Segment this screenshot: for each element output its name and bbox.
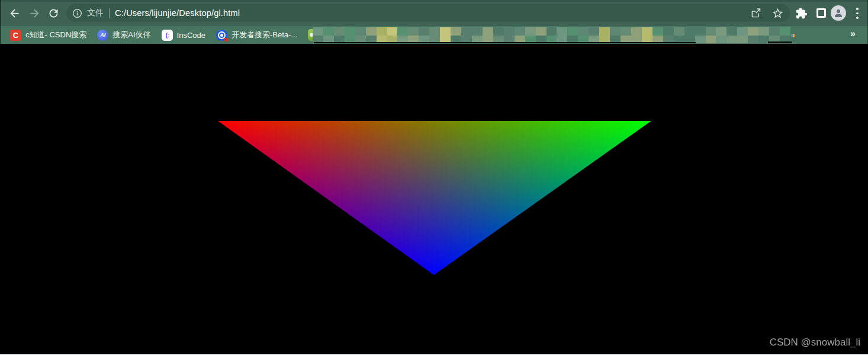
mosaic-block [716, 27, 727, 36]
back-arrow-icon [8, 7, 21, 20]
window-top-edge [0, 0, 868, 2]
mosaic-block [726, 36, 738, 44]
url-text[interactable]: C:/Users/lijunjie/Desktop/gl.html [115, 8, 240, 18]
mosaic-block [323, 27, 335, 36]
mosaic-block [706, 36, 717, 44]
mosaic-block [504, 27, 515, 36]
mosaic-block [674, 27, 685, 36]
forward-button[interactable] [27, 5, 42, 21]
mosaic-block [695, 27, 706, 36]
browser-window: { "theme": { "toolbar_bg": "#3e6354", "t… [0, 0, 868, 355]
mosaic-block [345, 27, 356, 36]
url-divider: | [109, 8, 110, 18]
mosaic-block [769, 27, 780, 36]
mosaic-block [451, 27, 462, 36]
mosaic-block [546, 27, 558, 36]
person-icon [833, 8, 844, 18]
mosaic-block [387, 27, 398, 36]
mosaic-underline [314, 42, 696, 43]
mosaic-block [780, 27, 790, 36]
bookmark-inscode[interactable]: (: InsCode [156, 28, 211, 42]
ai-circle-icon: AI [97, 30, 108, 41]
mosaic-block [557, 27, 568, 36]
csdn-logo-icon: C [10, 30, 21, 41]
inscode-logo-icon: (: [162, 30, 173, 41]
mosaic-block [408, 27, 419, 36]
mosaic-block [440, 27, 451, 36]
dev-search-logo-icon [216, 30, 227, 41]
page-info-icon[interactable] [72, 8, 83, 19]
mosaic-block [472, 27, 483, 36]
mosaic-block [716, 36, 727, 44]
mosaic-block [493, 27, 504, 36]
bookmark-csdn[interactable]: C c知道- CSDN搜索 [5, 28, 92, 42]
mosaic-block [429, 27, 441, 36]
mosaic-block [737, 36, 748, 44]
mosaic-block [483, 27, 494, 36]
mosaic-block [578, 27, 589, 36]
mosaic-block [334, 27, 345, 36]
csdn-watermark: CSDN @snowball_li [770, 337, 860, 348]
mosaic-block [397, 27, 409, 36]
tiny-favicon-remnant [791, 34, 795, 37]
mosaic-block [567, 27, 578, 36]
mosaic-block [695, 36, 706, 44]
mosaic-block [737, 27, 748, 36]
share-icon[interactable] [750, 7, 762, 20]
mosaic-block [589, 27, 600, 36]
mosaic-block [748, 27, 759, 36]
mosaic-block [748, 36, 759, 44]
mosaic-block [313, 27, 324, 36]
mosaic-block [461, 27, 472, 36]
bookmark-dev-search[interactable]: 开发者搜索-Beta-... [211, 28, 303, 42]
mosaic-block [684, 27, 696, 36]
reload-button[interactable] [46, 5, 61, 21]
mosaic-block [525, 27, 536, 36]
mosaic-block [642, 27, 653, 36]
redacted-bookmarks-mosaic[interactable] [313, 27, 790, 43]
mosaic-block [631, 27, 642, 36]
mosaic-block [355, 27, 367, 36]
mosaic-block [726, 27, 738, 36]
mosaic-underline [768, 41, 792, 43]
mosaic-block [621, 27, 632, 36]
profile-avatar[interactable] [831, 5, 846, 21]
bookmark-label: c知道- CSDN搜索 [25, 30, 86, 40]
forward-arrow-icon [28, 7, 41, 20]
webgl-canvas [0, 44, 868, 354]
mosaic-block [652, 27, 664, 36]
browser-menu-button[interactable] [855, 8, 860, 19]
bookmark-star-icon[interactable] [771, 7, 784, 20]
mosaic-block [419, 27, 430, 36]
mosaic-block [610, 27, 621, 36]
window-left-edge [0, 0, 1, 44]
mosaic-block [536, 27, 547, 36]
mosaic-block [599, 27, 610, 36]
page-content: CSDN @snowball_li [0, 44, 868, 354]
bookmark-ai-partner[interactable]: AI 搜索AI伙伴 [92, 28, 156, 42]
bookmark-label: 开发者搜索-Beta-... [232, 30, 297, 40]
mosaic-block [706, 27, 717, 36]
back-button[interactable] [7, 5, 22, 21]
side-panel-icon[interactable] [816, 8, 826, 18]
mosaic-block [515, 27, 526, 36]
url-scheme-label: 文件 [87, 8, 104, 18]
address-bar[interactable]: 文件 | C:/Users/lijunjie/Desktop/gl.html [66, 4, 790, 22]
mosaic-block [758, 27, 770, 36]
bookmarks-overflow-chevron[interactable]: » [850, 28, 856, 39]
bookmark-label: InsCode [177, 31, 205, 40]
mosaic-block [377, 27, 388, 36]
bookmark-label: 搜索AI伙伴 [112, 30, 150, 40]
extensions-puzzle-icon[interactable] [795, 7, 808, 20]
browser-toolbar: 文件 | C:/Users/lijunjie/Desktop/gl.html [0, 0, 868, 26]
mosaic-block [366, 27, 377, 36]
mosaic-block [663, 27, 674, 36]
reload-icon [47, 7, 60, 20]
